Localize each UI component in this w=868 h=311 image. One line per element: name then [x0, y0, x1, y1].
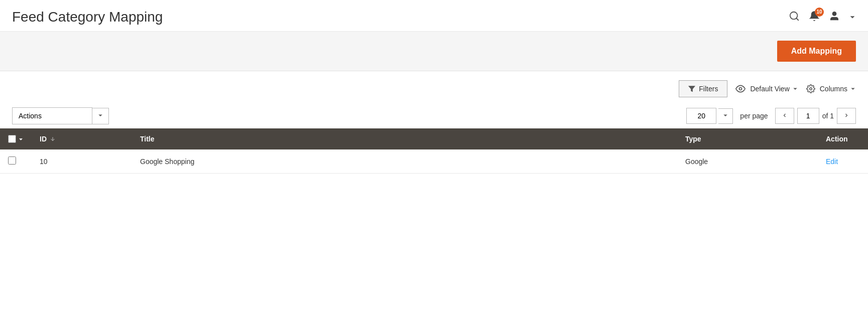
columns-selector[interactable]: Columns — [806, 84, 856, 93]
search-icon-button[interactable] — [789, 11, 800, 24]
per-page-chevron-icon — [722, 112, 728, 118]
header-dropdown-button[interactable] — [849, 12, 856, 23]
actions-dropdown-wrap: Actions — [12, 107, 109, 124]
chevron-down-icon — [849, 14, 856, 21]
default-view-chevron-icon — [792, 86, 798, 92]
chevron-right-icon — [843, 112, 849, 118]
controls-bar: Filters Default View Columns — [0, 71, 868, 102]
columns-label: Columns — [820, 85, 847, 93]
filter-icon — [688, 85, 695, 92]
user-icon-button[interactable] — [829, 11, 840, 24]
gear-icon — [806, 84, 815, 93]
actions-select[interactable]: Actions — [12, 107, 92, 124]
header-chevron-icon[interactable] — [18, 136, 24, 142]
row-type-cell: Google — [677, 149, 818, 174]
col-type-label: Type — [685, 135, 701, 143]
filters-button[interactable]: Filters — [679, 80, 727, 97]
eye-icon — [735, 84, 746, 94]
col-action-label: Action — [826, 135, 848, 143]
filters-label: Filters — [699, 85, 718, 93]
table-header-row: ID Title Type Action — [0, 128, 868, 149]
per-page-label: per page — [740, 112, 768, 120]
svg-line-1 — [796, 18, 798, 20]
toolbar-bar: Add Mapping — [0, 32, 868, 71]
of-label: of 1 — [822, 112, 834, 120]
page-header: Feed Category Mapping 10 — [0, 0, 868, 32]
chevron-left-icon — [782, 112, 788, 118]
table-row: 10 Google Shopping Google Edit — [0, 149, 868, 174]
default-view-selector[interactable]: Default View — [735, 84, 798, 94]
default-view-label: Default View — [750, 85, 789, 93]
pagination-controls: per page of 1 — [686, 108, 856, 124]
user-icon — [829, 11, 840, 22]
actions-pagination-bar: Actions per page of 1 — [0, 102, 868, 128]
page-number-input[interactable] — [797, 108, 819, 124]
prev-page-button[interactable] — [775, 108, 794, 124]
row-checkbox[interactable] — [8, 157, 16, 165]
columns-chevron-icon — [850, 86, 856, 92]
row-title-cell: Google Shopping — [132, 149, 677, 174]
col-title-label: Title — [140, 135, 155, 143]
row-checkbox-cell — [0, 149, 32, 174]
page-title: Feed Category Mapping — [12, 9, 163, 25]
row-action-cell: Edit — [818, 149, 868, 174]
data-table-container: ID Title Type Action — [0, 128, 868, 186]
table-body: 10 Google Shopping Google Edit — [0, 149, 868, 174]
col-id-label: ID — [40, 135, 47, 143]
sort-icon[interactable] — [50, 136, 56, 142]
next-page-button[interactable] — [837, 108, 856, 124]
edit-link[interactable]: Edit — [826, 158, 838, 166]
col-header-id: ID — [32, 128, 132, 149]
col-header-action: Action — [818, 128, 868, 149]
notification-icon-button[interactable]: 10 — [809, 11, 820, 24]
header-icons: 10 — [789, 11, 856, 24]
table-header: ID Title Type Action — [0, 128, 868, 149]
per-page-wrap — [686, 108, 733, 124]
search-icon — [789, 11, 800, 22]
per-page-dropdown-arrow[interactable] — [718, 108, 733, 124]
actions-dropdown-arrow[interactable] — [92, 108, 109, 124]
select-all-checkbox[interactable] — [8, 135, 16, 143]
svg-point-4 — [739, 88, 742, 90]
per-page-input[interactable] — [686, 108, 716, 124]
data-table: ID Title Type Action — [0, 128, 868, 174]
col-header-checkbox — [0, 128, 32, 149]
svg-point-2 — [832, 12, 836, 15]
col-header-title: Title — [132, 128, 677, 149]
row-id-cell: 10 — [32, 149, 132, 174]
svg-point-5 — [810, 88, 812, 90]
notification-badge: 10 — [815, 8, 824, 17]
svg-marker-3 — [689, 86, 695, 92]
actions-chevron-icon — [97, 112, 103, 118]
add-mapping-button[interactable]: Add Mapping — [777, 41, 856, 62]
col-header-type: Type — [677, 128, 818, 149]
